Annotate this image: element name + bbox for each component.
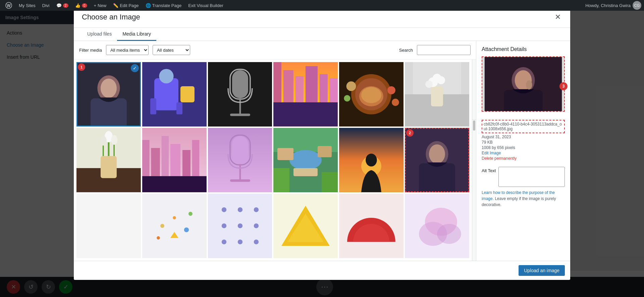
svg-rect-56 <box>182 150 191 176</box>
media-item[interactable] <box>142 62 207 127</box>
svg-rect-15 <box>239 98 241 114</box>
svg-point-8 <box>159 69 173 83</box>
svg-rect-77 <box>419 163 455 192</box>
svg-point-86 <box>189 212 193 216</box>
media-item[interactable] <box>405 194 469 258</box>
media-item[interactable]: 2 <box>405 128 469 192</box>
svg-rect-44 <box>101 156 117 178</box>
svg-rect-9 <box>180 86 195 102</box>
media-modal: Choose an Image ✕ Upload files Media Lib… <box>74 7 570 280</box>
media-item[interactable] <box>142 194 207 258</box>
modal-title: Choose an Image <box>82 13 140 21</box>
svg-rect-58 <box>142 176 207 192</box>
alt-text-input[interactable] <box>498 167 565 187</box>
svg-point-50 <box>111 135 117 145</box>
item-badge-2: 2 <box>406 129 414 137</box>
media-item[interactable] <box>76 128 141 192</box>
svg-rect-54 <box>161 136 169 176</box>
media-item[interactable] <box>208 128 272 192</box>
media-item[interactable] <box>208 194 272 258</box>
tab-upload-files[interactable]: Upload files <box>82 28 117 41</box>
media-item[interactable] <box>339 194 404 258</box>
media-item[interactable] <box>273 194 338 258</box>
media-item[interactable] <box>208 62 272 127</box>
item-badge-1: 1 <box>78 63 85 71</box>
svg-rect-70 <box>273 168 289 192</box>
svg-point-74 <box>366 154 377 166</box>
avatar: CG <box>633 1 641 10</box>
svg-point-92 <box>237 223 242 228</box>
selected-check: ✓ <box>131 64 139 72</box>
svg-point-48 <box>100 136 107 146</box>
svg-point-78 <box>429 144 445 164</box>
attachment-sidebar: Attachment Details <box>476 41 570 261</box>
wp-icon-button[interactable]: W <box>3 0 15 11</box>
svg-point-96 <box>254 239 258 244</box>
modal-overlay: Choose an Image ✕ Upload files Media Lib… <box>0 0 644 297</box>
my-sites-button[interactable]: My Sites <box>16 0 38 11</box>
svg-point-41 <box>425 81 433 88</box>
media-item[interactable] <box>273 128 338 192</box>
modal-footer: Upload an image <box>74 261 570 280</box>
svg-rect-63 <box>230 179 250 182</box>
date-filter[interactable]: All dates August 2023 July 2023 <box>153 45 190 55</box>
search-input[interactable] <box>417 45 471 55</box>
modal-body: Filter media All media items Images Audi… <box>74 41 570 261</box>
tab-media-library[interactable]: Media Library <box>117 28 156 41</box>
media-item[interactable] <box>405 62 469 127</box>
attachment-dimensions: 1008 by 656 pixels <box>482 145 565 150</box>
svg-rect-23 <box>330 78 338 102</box>
svg-rect-53 <box>151 148 160 176</box>
svg-point-81 <box>160 224 164 228</box>
media-type-filter[interactable]: All media items Images Audio Video <box>106 45 149 55</box>
modal-tabs: Upload files Media Library <box>74 28 570 41</box>
delete-permanently-link[interactable]: Delete permanently <box>482 156 565 161</box>
admin-bar: W My Sites Divi 💬 2 👍 0 + New ✏️ Edit Pa… <box>0 0 644 11</box>
svg-rect-79 <box>76 194 141 258</box>
likes-count: 0 <box>82 3 87 8</box>
svg-rect-4 <box>91 98 127 127</box>
svg-rect-18 <box>273 62 281 102</box>
alt-text-label: Alt Text <box>482 167 496 173</box>
svg-rect-21 <box>306 66 318 102</box>
svg-point-93 <box>254 223 258 228</box>
media-item[interactable] <box>339 128 404 192</box>
media-item[interactable] <box>273 62 338 127</box>
media-item[interactable] <box>76 194 141 258</box>
translate-page-button[interactable]: 🌐 Translate Page <box>143 0 184 11</box>
filter-bar: Filter media All media items Images Audi… <box>74 41 476 59</box>
media-item[interactable] <box>339 62 404 127</box>
new-button[interactable]: + New <box>91 0 109 11</box>
svg-rect-24 <box>273 102 338 127</box>
comments-count: 2 <box>63 3 68 8</box>
user-info: Howdy, Christina Gwira CG <box>585 1 641 10</box>
attachment-date: August 31, 2023 <box>482 135 565 139</box>
svg-rect-67 <box>277 148 293 160</box>
media-area: Filter media All media items Images Audi… <box>74 41 476 261</box>
exit-visual-builder-button[interactable]: Exit Visual Builder <box>185 0 226 11</box>
svg-point-88 <box>221 207 226 212</box>
svg-point-66 <box>289 150 322 170</box>
edit-image-link[interactable]: Edit Image <box>482 151 565 155</box>
svg-rect-13 <box>232 70 248 98</box>
svg-rect-60 <box>232 136 248 164</box>
svg-rect-62 <box>239 164 241 180</box>
attachment-filesize: 79 KB <box>482 140 565 145</box>
likes-button[interactable]: 👍 0 <box>72 0 90 11</box>
comments-button[interactable]: 💬 2 <box>54 0 71 11</box>
upload-image-button[interactable]: Upload an image <box>519 265 565 276</box>
svg-rect-20 <box>296 76 304 102</box>
svg-point-95 <box>237 239 242 244</box>
edit-page-button[interactable]: ✏️ Edit Page <box>110 0 141 11</box>
divi-button[interactable]: Divi <box>40 0 52 11</box>
modal-close-button[interactable]: ✕ <box>553 12 562 22</box>
attachment-details-title: Attachment Details <box>482 46 565 52</box>
media-item[interactable] <box>142 128 207 192</box>
svg-point-91 <box>221 223 226 228</box>
media-grid: ✓ 1 <box>74 59 472 261</box>
filter-label: Filter media <box>79 48 102 53</box>
media-item[interactable]: ✓ 1 <box>76 62 141 127</box>
svg-point-89 <box>237 207 242 212</box>
media-scrollbar[interactable] <box>472 59 476 261</box>
svg-point-94 <box>221 239 226 244</box>
